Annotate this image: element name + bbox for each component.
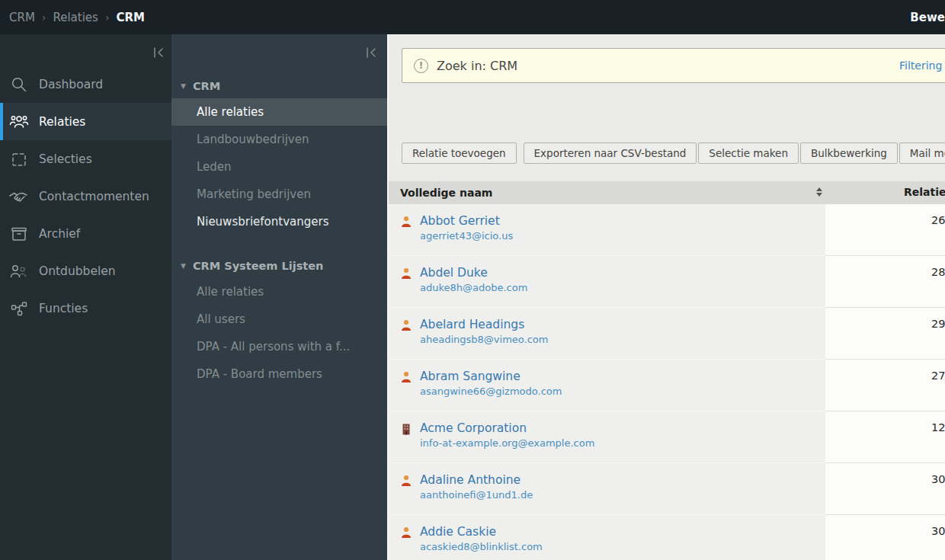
- person-icon: [401, 524, 412, 560]
- breadcrumb-item-current: CRM: [117, 11, 146, 24]
- column-header-volledige-naam[interactable]: Volledige naam: [389, 181, 825, 204]
- main-content: ! Zoek in: CRM Filtering a Relatie toevo…: [387, 34, 945, 560]
- warning-circle-icon: !: [414, 59, 428, 73]
- relations-table: Abbot Gerriet agerriet43@icio.us 26 Abde…: [389, 204, 945, 560]
- workflow-nodes-icon: [9, 299, 29, 318]
- list-item-leden[interactable]: Leden: [171, 153, 387, 181]
- deduplicate-persons-icon: [9, 261, 29, 281]
- breadcrumb-item-crm[interactable]: CRM: [9, 11, 35, 24]
- list-item-alle-relaties-systeem[interactable]: Alle relaties: [171, 278, 387, 306]
- contact-email[interactable]: aanthoinefi@1und1.de: [420, 489, 533, 501]
- filtering-link[interactable]: Filtering a: [899, 59, 945, 72]
- person-icon: [401, 472, 412, 514]
- list-item-nieuwsbriefontvangers[interactable]: Nieuwsbriefontvangers: [171, 208, 387, 235]
- list-item-dpa-all-persons[interactable]: DPA - All persons with a f...: [171, 333, 387, 360]
- list-item-marketing-bedrijven[interactable]: Marketing bedrijven: [171, 181, 387, 208]
- table-row[interactable]: Acme Corporation info-at-example.org@exa…: [389, 411, 945, 463]
- contact-email[interactable]: info-at-example.org@example.com: [420, 437, 594, 449]
- sidebar-item-label: Ontdubbelen: [39, 264, 116, 278]
- action-toolbar: Relatie toevoegen Exporteren naar CSV-be…: [402, 142, 945, 164]
- column-header-relatie[interactable]: Relatie: [825, 181, 945, 204]
- list-item-dpa-board-members[interactable]: DPA - Board members: [171, 360, 387, 388]
- selectie-maken-button[interactable]: Selectie maken: [698, 142, 799, 164]
- selection-frame-icon: [9, 149, 29, 169]
- table-row[interactable]: Abram Sangwine asangwine66@gizmodo.com 2…: [389, 360, 945, 411]
- breadcrumb-item-relaties[interactable]: Relaties: [53, 11, 98, 24]
- list-item-all-users[interactable]: All users: [171, 306, 387, 333]
- contact-email[interactable]: aheadingsb8@vimeo.com: [420, 334, 548, 345]
- triangle-down-icon: ▼: [181, 82, 186, 90]
- sidebar-item-relaties[interactable]: Relaties: [0, 103, 171, 140]
- bulkbewerking-button[interactable]: Bulkbewerking: [800, 142, 898, 164]
- sidebar-item-label: Archief: [39, 227, 80, 241]
- relation-number: 29: [931, 318, 945, 330]
- sort-icon[interactable]: [816, 187, 823, 198]
- search-input[interactable]: ! Zoek in: CRM Filtering a: [402, 48, 945, 83]
- exporteren-csv-button[interactable]: Exporteren naar CSV-bestand: [524, 142, 697, 164]
- primary-sidebar: Dashboard Relaties Selecties Contactmome…: [0, 34, 171, 560]
- sidebar-item-label: Contactmomenten: [39, 190, 149, 203]
- table-row[interactable]: Addie Caskie acaskied8@blinklist.com 30: [389, 515, 945, 560]
- sidebar-item-label: Functies: [39, 302, 88, 315]
- breadcrumb-separator: ›: [42, 11, 46, 24]
- relation-number: 30: [931, 473, 945, 485]
- contact-name-link[interactable]: Abdel Duke: [420, 266, 488, 280]
- sidebar-item-archief[interactable]: Archief: [0, 215, 171, 252]
- person-icon: [401, 213, 412, 255]
- sidebar-item-label: Relaties: [39, 115, 85, 129]
- magnifier-icon: [9, 75, 29, 94]
- contact-name-link[interactable]: Adaline Anthoine: [420, 473, 521, 487]
- top-bar: CRM › Relaties › CRM Bewe: [0, 0, 945, 34]
- contact-name-link[interactable]: Abelard Headings: [420, 318, 524, 331]
- table-row[interactable]: Adaline Anthoine aanthoinefi@1und1.de 30: [389, 463, 945, 515]
- section-header-crm-systeem-lijsten[interactable]: ▼ CRM Systeem Lijsten: [171, 254, 387, 278]
- sidebar-item-label: Selecties: [39, 152, 92, 166]
- table-header: Volledige naam Relatie: [389, 181, 945, 204]
- relatie-toevoegen-button[interactable]: Relatie toevoegen: [402, 142, 517, 164]
- relation-number: 27: [931, 370, 945, 382]
- contact-email[interactable]: acaskied8@blinklist.com: [420, 541, 543, 552]
- relation-number: 30: [931, 525, 945, 537]
- breadcrumb-separator: ›: [105, 11, 110, 24]
- list-item-alle-relaties[interactable]: Alle relaties: [171, 98, 387, 126]
- triangle-down-icon: ▼: [181, 262, 186, 270]
- section-header-crm[interactable]: ▼ CRM: [171, 74, 387, 98]
- bewerken-button[interactable]: Bewe: [910, 11, 945, 24]
- list-item-landbouwbedrijven[interactable]: Landbouwbedrijven: [171, 126, 387, 153]
- relation-number: 12: [931, 421, 945, 434]
- contact-email[interactable]: agerriet43@icio.us: [420, 230, 513, 242]
- sidebar-item-label: Dashboard: [39, 78, 103, 91]
- contact-name-link[interactable]: Acme Corporation: [420, 421, 527, 435]
- person-icon: [401, 265, 412, 307]
- collapse-panel-icon[interactable]: [363, 44, 380, 61]
- people-icon: [9, 112, 29, 132]
- contact-name-link[interactable]: Addie Caskie: [420, 525, 496, 539]
- collapse-sidebar-icon[interactable]: [150, 44, 167, 61]
- table-row[interactable]: Abelard Headings aheadingsb8@vimeo.com 2…: [389, 308, 945, 360]
- table-row[interactable]: Abdel Duke aduke8h@adobe.com 28: [389, 256, 945, 308]
- handshake-icon: [9, 187, 29, 206]
- contact-email[interactable]: aduke8h@adobe.com: [420, 282, 527, 293]
- sidebar-item-functies[interactable]: Functies: [0, 290, 171, 327]
- relation-number: 28: [931, 266, 945, 278]
- sidebar-item-selecties[interactable]: Selecties: [0, 140, 171, 178]
- sidebar-item-dashboard[interactable]: Dashboard: [0, 66, 171, 103]
- company-building-icon: [401, 421, 412, 462]
- contact-email[interactable]: asangwine66@gizmodo.com: [420, 386, 562, 397]
- contact-name-link[interactable]: Abram Sangwine: [420, 370, 521, 383]
- person-icon: [401, 317, 412, 359]
- mail-merge-button[interactable]: Mail merge maken: [899, 142, 945, 164]
- archive-box-icon: [9, 224, 29, 244]
- sidebar-item-ontdubbelen[interactable]: Ontdubbelen: [0, 252, 171, 290]
- list-panel: ▼ CRM Alle relaties Landbouwbedrijven Le…: [171, 34, 387, 560]
- table-row[interactable]: Abbot Gerriet agerriet43@icio.us 26: [389, 204, 945, 256]
- search-scope-label: Zoek in: CRM: [437, 59, 517, 73]
- relation-number: 26: [931, 214, 945, 226]
- person-icon: [401, 369, 412, 411]
- sidebar-item-contactmomenten[interactable]: Contactmomenten: [0, 178, 171, 215]
- contact-name-link[interactable]: Abbot Gerriet: [420, 214, 500, 228]
